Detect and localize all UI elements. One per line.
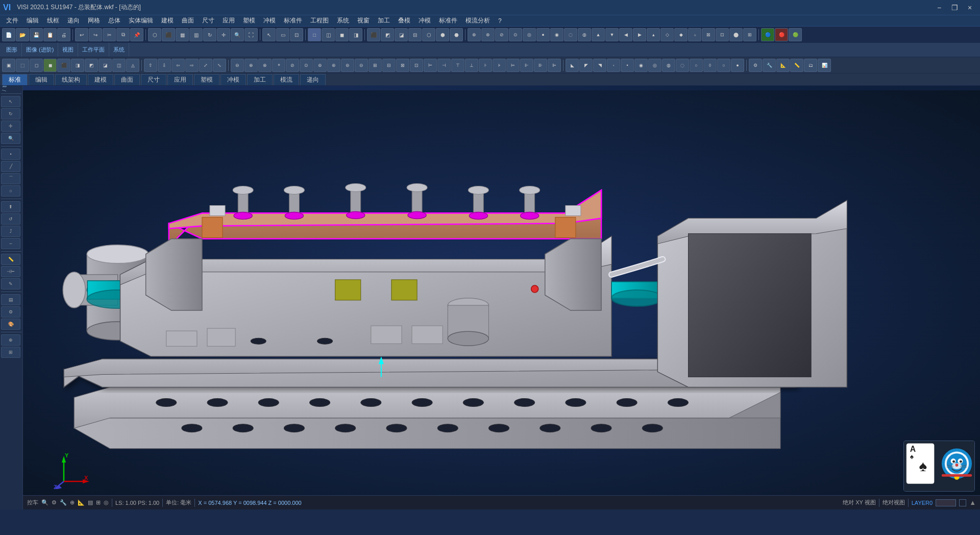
menu-wireframe[interactable]: 线框 (43, 15, 63, 26)
transform-btn16[interactable]: ⊣ (437, 59, 451, 72)
transform-btn5[interactable]: ⊘ (286, 59, 299, 72)
ltb-line[interactable]: ╱ (1, 161, 20, 172)
sys-btn6[interactable]: 📊 (818, 59, 831, 72)
transform-btn9[interactable]: ⊜ (341, 59, 354, 72)
misc-btn12[interactable]: ◀ (619, 28, 632, 41)
sys-btn5[interactable]: 🗂 (804, 59, 817, 72)
tab-die[interactable]: 冲模 (220, 74, 246, 85)
transform-btn22[interactable]: ⊩ (520, 59, 533, 72)
nav-btn3[interactable]: ⇦ (172, 59, 185, 72)
undo-button[interactable]: ↩ (75, 28, 88, 41)
shape-btn6[interactable]: ◨ (71, 59, 84, 72)
sys-btn4[interactable]: 📏 (790, 59, 803, 72)
view3-button[interactable]: ▦ (176, 28, 189, 41)
view2-btn1[interactable]: ◣ (566, 59, 579, 72)
menu-stack[interactable]: 叠模 (394, 15, 414, 26)
misc-btn7[interactable]: ◉ (550, 28, 564, 41)
save-button[interactable]: 💾 (30, 28, 43, 41)
menu-grid[interactable]: 网格 (84, 15, 104, 26)
nav-btn4[interactable]: ⇨ (185, 59, 199, 72)
status-icon4[interactable]: ⊕ (70, 499, 75, 506)
shape-btn1[interactable]: ▣ (2, 59, 15, 72)
ltb-layer[interactable]: ▤ (1, 294, 20, 305)
menu-system[interactable]: 系统 (333, 15, 353, 26)
tab-direction[interactable]: 递向 (300, 74, 326, 85)
menu-apply[interactable]: 应用 (218, 15, 239, 26)
transform-btn18[interactable]: ⊥ (465, 59, 478, 72)
ltb-dim[interactable]: ⊣⊢ (1, 266, 20, 277)
nav-btn5[interactable]: ⤢ (199, 59, 212, 72)
transform-btn21[interactable]: ⊨ (506, 59, 520, 72)
tab-edit[interactable]: 编辑 (29, 74, 54, 85)
misc-btn20[interactable]: ⬤ (729, 28, 743, 41)
transform-btn19[interactable]: ⊦ (479, 59, 492, 72)
misc-btn14[interactable]: ▴ (647, 28, 660, 41)
ltb-prop[interactable]: ⚙ (1, 306, 20, 318)
shaded-btn[interactable]: ◼ (335, 28, 349, 41)
tab-wireframe[interactable]: 线架构 (55, 74, 87, 85)
ltb-zoom[interactable]: 🔍 (1, 133, 20, 144)
view2-btn13[interactable]: ● (731, 59, 744, 72)
misc-btn21[interactable]: ⊞ (743, 28, 756, 41)
select-button[interactable]: ↖ (262, 28, 276, 41)
transform-btn2[interactable]: ⊕ (244, 59, 258, 72)
menu-dimension[interactable]: 尺寸 (198, 15, 218, 26)
shape-btn5[interactable]: ⬛ (57, 59, 70, 72)
transform-btn7[interactable]: ⊚ (313, 59, 327, 72)
show-btn5[interactable]: ⬡ (422, 28, 435, 41)
tab-apply[interactable]: 应用 (167, 74, 193, 85)
ltb-point[interactable]: • (1, 149, 20, 160)
view2-btn12[interactable]: ○ (717, 59, 730, 72)
nav-btn1[interactable]: ⇧ (144, 59, 157, 72)
transform-btn3[interactable]: ⊗ (258, 59, 272, 72)
show-btn3[interactable]: ◪ (395, 28, 408, 41)
menu-std-parts[interactable]: 标准件 (435, 15, 461, 26)
transform-btn17[interactable]: ⊤ (451, 59, 464, 72)
menu-flow[interactable]: 模流分析 (461, 15, 494, 26)
show-btn4[interactable]: ⊟ (408, 28, 422, 41)
menu-edit[interactable]: 编辑 (22, 15, 43, 26)
tab-flow[interactable]: 模流 (274, 74, 299, 85)
shape-btn7[interactable]: ◩ (85, 59, 98, 72)
tab-model[interactable]: 建模 (88, 74, 113, 85)
menu-drawing[interactable]: 工程图 (306, 15, 333, 26)
view2-btn3[interactable]: ◥ (593, 59, 606, 72)
menu-direction[interactable]: 递向 (63, 15, 84, 26)
shape-btn2[interactable]: ⬚ (16, 59, 29, 72)
view2-btn5[interactable]: • (621, 59, 634, 72)
ltb-sweep[interactable]: ⤴ (1, 226, 20, 237)
ltb-note[interactable]: ✎ (1, 278, 20, 289)
ltb-snap[interactable]: ⊕ (1, 334, 20, 346)
misc-btn1[interactable]: ⊕ (468, 28, 481, 41)
cut-button[interactable]: ✂ (103, 28, 116, 41)
zoomfit-button[interactable]: ⛶ (244, 28, 258, 41)
filter-button[interactable]: ⊡ (290, 28, 303, 41)
view2-btn6[interactable]: ◉ (634, 59, 648, 72)
transform-btn15[interactable]: ⊢ (424, 59, 437, 72)
minimize-button[interactable]: − (932, 2, 946, 13)
render-btn3[interactable]: 🟢 (789, 28, 802, 41)
nav-btn2[interactable]: ⇩ (158, 59, 171, 72)
ltb-grid2[interactable]: ⊞ (1, 347, 20, 358)
shaded2-btn[interactable]: ◨ (349, 28, 362, 41)
rotate-button[interactable]: ↻ (203, 28, 216, 41)
nav-btn6[interactable]: ⤡ (213, 59, 226, 72)
hidden-btn[interactable]: ◫ (322, 28, 335, 41)
shape-btn3[interactable]: ◻ (30, 59, 43, 72)
transform-btn24[interactable]: ⊫ (548, 59, 561, 72)
misc-btn5[interactable]: ◎ (523, 28, 536, 41)
transform-btn13[interactable]: ⊠ (396, 59, 409, 72)
transform-btn4[interactable]: ⌖ (272, 59, 285, 72)
menu-machining[interactable]: 加工 (374, 15, 394, 26)
menu-punch[interactable]: 冲模 (414, 15, 435, 26)
view2-btn4[interactable]: ◦ (607, 59, 620, 72)
view2-btn8[interactable]: ◍ (662, 59, 675, 72)
misc-btn8[interactable]: ◌ (564, 28, 577, 41)
misc-btn4[interactable]: ⊙ (509, 28, 522, 41)
sys-btn2[interactable]: 🔧 (763, 59, 776, 72)
print-button[interactable]: 🖨 (57, 28, 70, 41)
copy-button[interactable]: ⧉ (116, 28, 130, 41)
transform-btn11[interactable]: ⊞ (369, 59, 382, 72)
open-button[interactable]: 📂 (16, 28, 29, 41)
ltb-circle[interactable]: ○ (1, 185, 20, 197)
